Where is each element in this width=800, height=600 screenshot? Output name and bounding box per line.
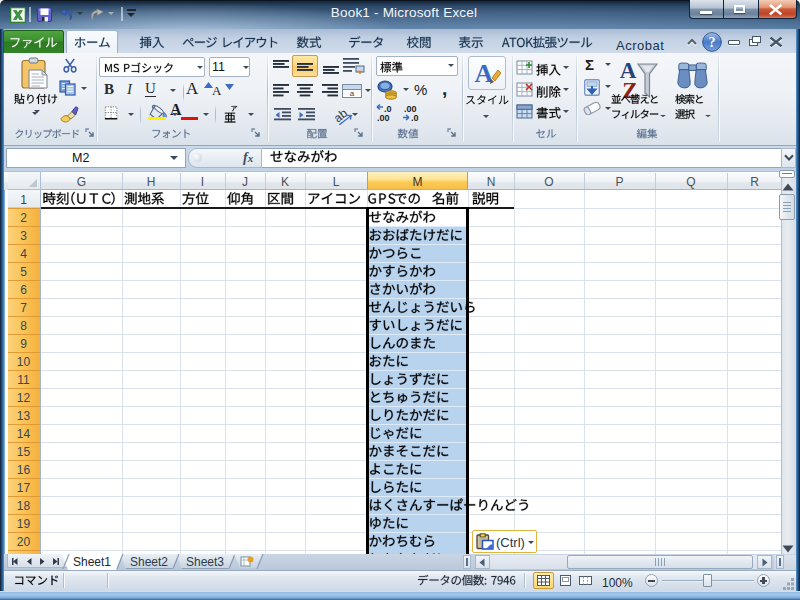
svg-text:Z: Z [622, 78, 637, 100]
svg-text:.00: .00 [377, 113, 390, 123]
svg-text:a: a [350, 89, 355, 98]
svg-text:?: ? [709, 35, 716, 50]
svg-text:.0: .0 [411, 113, 419, 123]
svg-text:A: A [475, 59, 494, 88]
